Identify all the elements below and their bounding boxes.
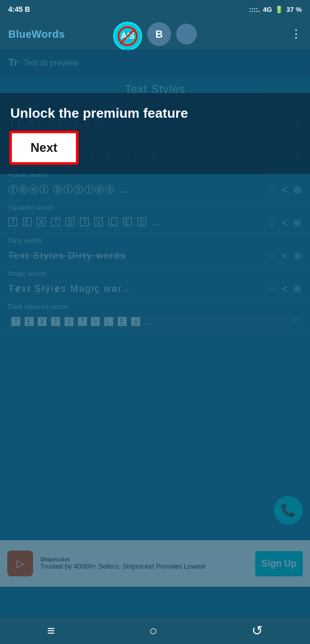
signal-bars: ::::. xyxy=(249,6,260,13)
premium-card: Unlock the premium feature Next xyxy=(0,93,310,174)
app-bar-menu: ⋮ xyxy=(290,27,302,41)
premium-title: Unlock the premium feature xyxy=(10,105,300,121)
app-title: BlueWords xyxy=(8,28,65,40)
overflow-menu-icon[interactable]: ⋮ xyxy=(290,27,302,41)
network-type: 4G xyxy=(263,6,272,13)
app-bar: BlueWords A/S B ⋮ xyxy=(0,19,310,50)
nav-back-icon[interactable]: ↺ xyxy=(252,623,263,639)
nav-menu-icon[interactable]: ≡ xyxy=(47,623,55,639)
bold-indicator: B xyxy=(25,5,30,13)
premium-content: Unlock the premium feature Next xyxy=(0,93,310,174)
next-button[interactable]: Next xyxy=(10,132,78,164)
app-bar-center-icons: A/S B xyxy=(113,20,197,49)
nav-home-icon[interactable]: ○ xyxy=(149,623,158,639)
status-right: ::::. 4G 🔋 37 % xyxy=(249,6,302,13)
b-icon[interactable]: B xyxy=(147,22,171,46)
gray-icon[interactable] xyxy=(176,24,197,44)
battery-icon: 🔋 xyxy=(275,6,283,13)
bottom-nav: ≡ ○ ↺ xyxy=(0,617,310,644)
battery-level: 37 % xyxy=(286,6,302,13)
status-left: 4:45 B xyxy=(8,5,30,13)
time: 4:45 xyxy=(8,5,23,13)
as-icon[interactable]: A/S xyxy=(113,22,142,51)
status-bar: 4:45 B ::::. 4G 🔋 37 % xyxy=(0,0,310,19)
